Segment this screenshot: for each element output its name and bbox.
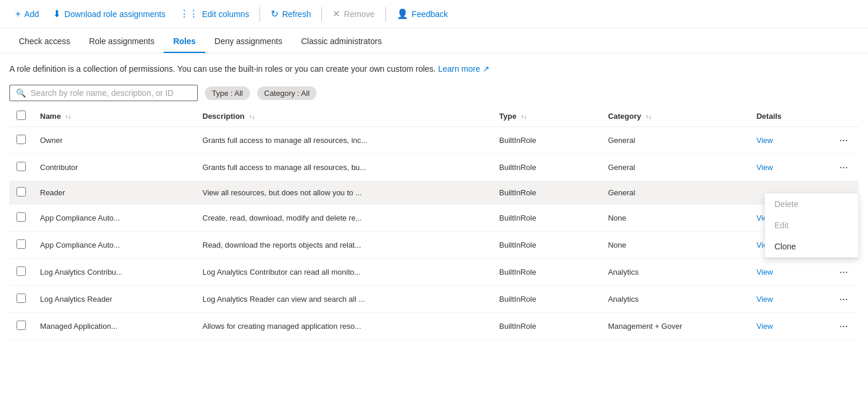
row-checkbox-cell[interactable] (9, 181, 33, 205)
tabs-container: Check access Role assignments Roles Deny… (0, 31, 868, 54)
col-header-name[interactable]: Name ↑↓ (33, 106, 195, 127)
view-link[interactable]: View (756, 295, 773, 304)
row-checkbox[interactable] (16, 212, 26, 222)
col-header-description[interactable]: Description ↑↓ (195, 106, 492, 127)
type-sort-icon: ↑↓ (521, 114, 527, 120)
context-menu-edit[interactable]: Edit (765, 215, 858, 236)
row-category: Management + Gover (601, 313, 749, 340)
row-category: Analytics (601, 286, 749, 313)
tab-deny-assignments[interactable]: Deny assignments (205, 31, 292, 53)
more-button[interactable]: ··· (836, 292, 852, 306)
table-row: Owner Grants full access to manage all r… (9, 127, 859, 154)
row-checkbox-cell[interactable] (9, 313, 33, 340)
more-button[interactable]: ··· (836, 265, 852, 279)
separator-3 (385, 7, 386, 21)
row-view-link-cell: View (749, 313, 829, 340)
refresh-button[interactable]: ↻ Refresh (265, 5, 317, 23)
more-button[interactable]: ··· (836, 319, 852, 334)
learn-more-link[interactable]: Learn more ↗ (438, 64, 489, 74)
edit-columns-icon: ⋮⋮ (179, 8, 198, 19)
table-container: Name ↑↓ Description ↑↓ Type ↑↓ Category … (0, 106, 868, 340)
row-more-cell: ··· (829, 154, 859, 181)
category-filter-pill[interactable]: Category : All (257, 86, 317, 100)
type-filter-pill[interactable]: Type : All (205, 86, 250, 100)
row-category: None (601, 205, 749, 232)
add-button[interactable]: + Add (9, 5, 45, 23)
table-body: Owner Grants full access to manage all r… (9, 127, 859, 340)
row-checkbox[interactable] (16, 239, 26, 249)
table-row: Reader View all resources, but does not … (9, 181, 859, 205)
download-button[interactable]: ⬇ Download role assignments (47, 5, 171, 23)
row-type: BuiltInRole (492, 205, 601, 232)
row-type: BuiltInRole (492, 313, 601, 340)
table-header: Name ↑↓ Description ↑↓ Type ↑↓ Category … (9, 106, 859, 127)
table-row: App Compliance Auto... Create, read, dow… (9, 205, 859, 232)
table-row: Contributor Grants full access to manage… (9, 154, 859, 181)
select-all-checkbox[interactable] (16, 111, 26, 120)
description-sort-icon: ↑↓ (249, 114, 255, 120)
row-checkbox-cell[interactable] (9, 232, 33, 259)
edit-columns-button[interactable]: ⋮⋮ Edit columns (174, 5, 255, 23)
roles-table: Name ↑↓ Description ↑↓ Type ↑↓ Category … (9, 106, 859, 340)
row-type: BuiltInRole (492, 259, 601, 286)
tab-classic-administrators[interactable]: Classic administrators (292, 31, 391, 53)
refresh-icon: ↻ (271, 8, 278, 19)
row-checkbox[interactable] (16, 162, 26, 171)
remove-label: Remove (344, 9, 374, 19)
context-menu-clone[interactable]: Clone (765, 236, 858, 257)
row-checkbox[interactable] (16, 266, 26, 276)
name-sort-icon: ↑↓ (65, 114, 71, 120)
tab-role-assignments[interactable]: Role assignments (79, 31, 164, 53)
row-category: General (601, 127, 749, 154)
row-type: BuiltInRole (492, 127, 601, 154)
search-input[interactable] (31, 88, 191, 98)
row-checkbox-cell[interactable] (9, 259, 33, 286)
row-view-link-cell: View (749, 127, 829, 154)
remove-button[interactable]: ✕ Remove (327, 5, 380, 23)
row-checkbox[interactable] (16, 321, 26, 330)
row-checkbox[interactable] (16, 187, 26, 196)
row-category: Analytics (601, 259, 749, 286)
row-description: Create, read, download, modify and delet… (195, 205, 492, 232)
row-name: App Compliance Auto... (33, 205, 195, 232)
row-type: BuiltInRole (492, 154, 601, 181)
table-row: Log Analytics Contribu... Log Analytics … (9, 259, 859, 286)
row-checkbox-cell[interactable] (9, 127, 33, 154)
view-link[interactable]: View (756, 136, 773, 145)
col-header-category[interactable]: Category ↑↓ (601, 106, 749, 127)
row-name: App Compliance Auto... (33, 232, 195, 259)
more-button[interactable]: ··· (836, 160, 852, 175)
view-link[interactable]: View (756, 322, 773, 331)
row-checkbox[interactable] (16, 294, 26, 303)
row-checkbox-cell[interactable] (9, 286, 33, 313)
context-menu: Delete Edit Clone (764, 193, 859, 258)
tab-roles[interactable]: Roles (164, 31, 205, 53)
search-box[interactable]: 🔍 (9, 85, 198, 101)
table-row: App Compliance Auto... Read, download th… (9, 232, 859, 259)
row-checkbox-cell[interactable] (9, 205, 33, 232)
row-name: Managed Application... (33, 313, 195, 340)
row-checkbox[interactable] (16, 135, 26, 144)
row-type: BuiltInRole (492, 232, 601, 259)
learn-more-label: Learn more (438, 64, 480, 74)
view-link[interactable]: View (756, 268, 773, 276)
row-category: General (601, 181, 749, 205)
row-more-cell: ··· (829, 127, 859, 154)
row-description: Grants full access to manage all resourc… (195, 127, 492, 154)
tab-check-access[interactable]: Check access (9, 31, 79, 53)
feedback-button[interactable]: 👤 Feedback (391, 5, 454, 23)
row-description: Allows for creating managed application … (195, 313, 492, 340)
header-row: Name ↑↓ Description ↑↓ Type ↑↓ Category … (9, 106, 859, 127)
col-header-type[interactable]: Type ↑↓ (492, 106, 601, 127)
more-button[interactable]: ··· (836, 133, 852, 148)
toolbar: + Add ⬇ Download role assignments ⋮⋮ Edi… (0, 0, 868, 28)
view-link[interactable]: View (756, 163, 773, 172)
select-all-header[interactable] (9, 106, 33, 127)
download-icon: ⬇ (53, 8, 61, 19)
row-view-link-cell: View (749, 154, 829, 181)
separator-1 (260, 7, 260, 21)
row-checkbox-cell[interactable] (9, 154, 33, 181)
category-sort-icon: ↑↓ (646, 114, 651, 120)
context-menu-delete[interactable]: Delete (765, 194, 858, 215)
separator-2 (321, 7, 322, 21)
